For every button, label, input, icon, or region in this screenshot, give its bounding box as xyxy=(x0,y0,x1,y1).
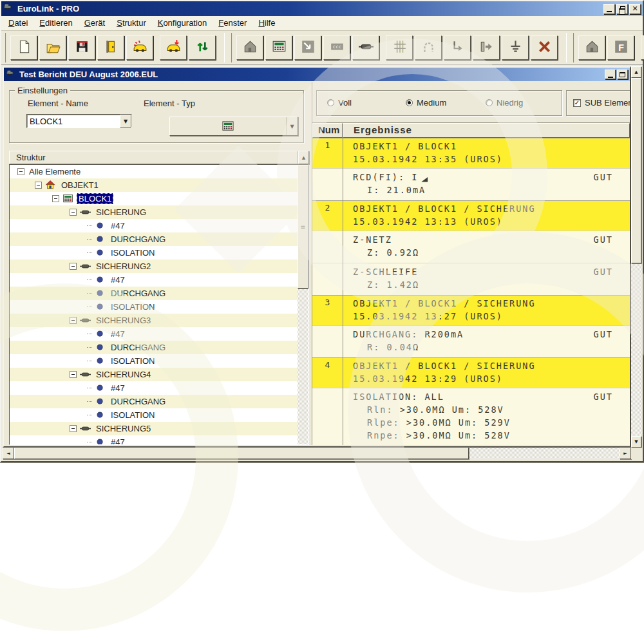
calculator-button[interactable] xyxy=(265,35,292,60)
tree-item-label: ISOLATION xyxy=(109,355,156,366)
exit-door-button[interactable] xyxy=(97,35,124,60)
doc-maximize-button[interactable] xyxy=(617,70,628,79)
menu-item-fenster[interactable]: Fenster xyxy=(213,16,252,30)
car-send-button[interactable] xyxy=(160,35,187,60)
result-group-header[interactable]: 3OBJEKT1 / BLOCK1 / SICHERUNG15.03.1942 … xyxy=(312,295,630,325)
result-test-row[interactable]: Z-SCHLEIFEGUTZ: 1.42Ω xyxy=(312,263,630,295)
tree-item-47[interactable]: #47 xyxy=(10,273,298,287)
collapse-icon[interactable] xyxy=(35,182,42,189)
arc-button[interactable] xyxy=(415,35,442,60)
tree-item-47[interactable]: #47 xyxy=(10,327,298,341)
element-typ-combobox[interactable]: ▼ xyxy=(169,117,298,136)
scroll-down-button[interactable]: ▼ xyxy=(631,436,641,448)
vertical-scrollbar-thumb[interactable] xyxy=(631,78,641,263)
tree-item-objekt1[interactable]: OBJEKT1 xyxy=(10,178,298,192)
tree-item-sicherung3[interactable]: SICHERUNG3 xyxy=(10,314,298,327)
tree-scrollbar-thumb[interactable]: ≡ xyxy=(298,165,308,289)
element-name-combobox[interactable]: BLOCK1 ▼ xyxy=(26,114,132,128)
home-button[interactable] xyxy=(236,35,263,60)
result-group-header[interactable]: 1OBJEKT1 / BLOCK115.03.1942 13:35 (UROS) xyxy=(312,138,630,168)
collapse-icon[interactable] xyxy=(52,195,59,202)
test-status: GUT xyxy=(594,328,613,341)
tree-item-durchgang[interactable]: DURCHGANG xyxy=(10,341,298,354)
chevron-down-icon[interactable]: ▼ xyxy=(286,117,298,135)
element-typ-label: Element - Typ xyxy=(144,99,195,108)
collapse-icon[interactable] xyxy=(70,371,77,378)
horizontal-scrollbar[interactable]: ◄ ► xyxy=(3,448,631,459)
close-button[interactable]: ✕ xyxy=(629,4,641,14)
fuse-button[interactable] xyxy=(352,35,379,60)
collapse-icon[interactable] xyxy=(70,317,77,324)
restore-button[interactable] xyxy=(616,4,628,14)
menu-item-hilfe[interactable]: Hilfe xyxy=(252,16,281,30)
tree-item-47[interactable]: #47 xyxy=(10,435,298,444)
tree-item-isolation[interactable]: ISOLATION xyxy=(10,408,298,422)
grid-button[interactable] xyxy=(386,35,413,60)
collapse-icon[interactable] xyxy=(17,168,24,175)
scroll-right-button[interactable]: ► xyxy=(620,448,631,459)
sync-arrows-button[interactable] xyxy=(189,35,216,60)
menu-item-struktur[interactable]: Struktur xyxy=(111,16,152,30)
tree-item-sicherung4[interactable]: SICHERUNG4 xyxy=(10,368,298,381)
grid-icon xyxy=(392,39,407,57)
result-test-row[interactable]: DURCHGANG: R200mAGUTR: 0.04Ω xyxy=(312,325,630,357)
tree-item-47[interactable]: #47 xyxy=(10,381,298,395)
tree-item-durchgang[interactable]: DURCHGANG xyxy=(10,232,298,246)
collapse-icon[interactable] xyxy=(70,209,77,216)
column-header-ergebnisse[interactable]: Ergebnisse xyxy=(343,123,630,138)
tree-item-47[interactable]: #47 xyxy=(10,219,298,232)
column-header-num[interactable]: Num xyxy=(312,123,343,138)
result-test-row[interactable]: RCD(FI): IGUTI: 21.0mA xyxy=(312,168,630,200)
tree-item-label: #47 xyxy=(109,328,127,339)
new-document-button[interactable] xyxy=(10,35,37,60)
delete-button[interactable] xyxy=(531,35,558,60)
scroll-up-button[interactable]: ▲ xyxy=(631,66,641,78)
home-button[interactable] xyxy=(578,35,605,60)
menu-item-datei[interactable]: Datei xyxy=(3,16,33,30)
tree-item-durchgang[interactable]: DURCHGANG xyxy=(10,395,298,408)
menu-item-editieren[interactable]: Editieren xyxy=(33,16,78,30)
result-test-row[interactable]: Z-NETZGUTZ: 0.92Ω xyxy=(312,231,630,263)
corner-arrow-button[interactable] xyxy=(444,35,471,60)
car-receive-button[interactable] xyxy=(126,35,153,60)
tree-item-isolation[interactable]: ISOLATION xyxy=(10,300,298,314)
ccc-button[interactable]: ccc xyxy=(323,35,350,60)
tree-scrollbar[interactable]: ≡ xyxy=(298,165,308,444)
radio-niedrig[interactable]: Niedrig xyxy=(486,98,523,108)
tree-item-alleelemente[interactable]: Alle Elemente xyxy=(10,165,298,178)
scroll-left-button[interactable]: ◄ xyxy=(3,448,14,459)
doc-minimize-button[interactable] xyxy=(605,70,616,79)
scroll-up-button[interactable]: ▲ xyxy=(298,151,309,164)
result-group-header[interactable]: 2OBJEKT1 / BLOCK1 / SICHERUNG15.03.1942 … xyxy=(312,200,630,231)
letter-f-button[interactable]: F xyxy=(607,35,634,60)
result-group-header[interactable]: 4OBJEKT1 / BLOCK1 / SICHERUNG15.03.1942 … xyxy=(312,357,630,388)
radio-voll[interactable]: Voll xyxy=(327,98,352,108)
tree-item-durchgang[interactable]: DURCHGANG xyxy=(10,287,298,300)
save-button[interactable] xyxy=(68,35,95,60)
chevron-down-icon[interactable]: ▼ xyxy=(120,115,131,128)
result-datetime: 15.03.1942 13:13 (UROS) xyxy=(353,215,630,228)
menu-item-gert[interactable]: Gerät xyxy=(79,16,111,30)
diagonal-arrow-button[interactable] xyxy=(294,35,321,60)
tree-item-block1[interactable]: BLOCK1 xyxy=(10,192,298,205)
bar-arrow-button[interactable] xyxy=(473,35,500,60)
result-test-row[interactable]: ISOLATION: ALLGUTRln: >30.0MΩ Um: 528VRl… xyxy=(312,388,630,445)
tree-item-isolation[interactable]: ISOLATION xyxy=(10,246,298,260)
calculator-icon xyxy=(62,193,73,205)
vertical-scrollbar[interactable]: ▲ ▼ xyxy=(631,66,641,448)
collapse-icon[interactable] xyxy=(70,425,77,432)
collapse-icon[interactable] xyxy=(70,263,77,270)
tree-item-sicherung5[interactable]: SICHERUNG5 xyxy=(10,422,298,435)
minimize-button[interactable] xyxy=(603,4,615,14)
tree-item-isolation[interactable]: ISOLATION xyxy=(10,354,298,368)
tree-item-sicherung[interactable]: SICHERUNG xyxy=(10,205,298,219)
ground-button[interactable] xyxy=(502,35,529,60)
badge-r-button[interactable]: R xyxy=(641,35,644,60)
open-folder-button[interactable] xyxy=(39,35,66,60)
toolbar-group-3: FRT xyxy=(573,33,644,62)
menu-item-konfiguration[interactable]: Konfiguration xyxy=(152,16,213,30)
horizontal-scrollbar-thumb[interactable] xyxy=(14,448,469,459)
sub-elements-checkbox[interactable]: ✓ SUB Elemente xyxy=(573,98,630,108)
tree-item-sicherung2[interactable]: SICHERUNG2 xyxy=(10,260,298,273)
radio-medium[interactable]: Medium xyxy=(406,98,446,108)
